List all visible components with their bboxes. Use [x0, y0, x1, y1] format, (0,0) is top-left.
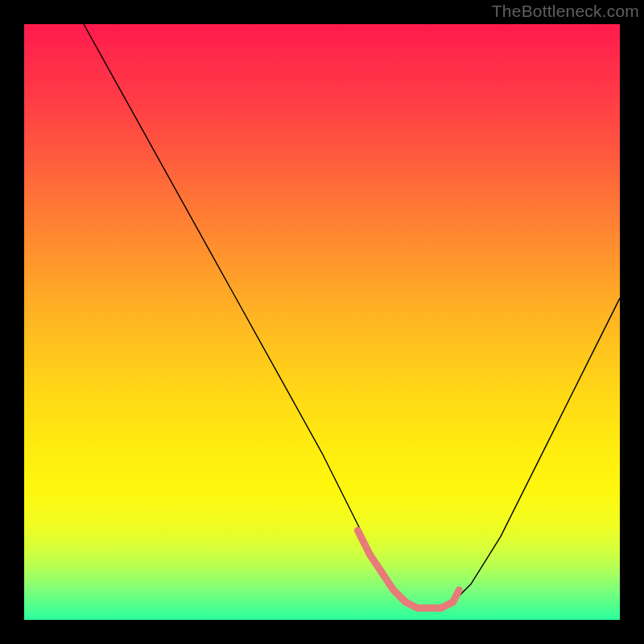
marker-flat — [382, 572, 441, 608]
marker-right — [441, 590, 459, 608]
bottleneck-curve — [84, 24, 620, 608]
plot-area — [24, 24, 620, 620]
curve-svg — [24, 24, 620, 620]
watermark-text: TheBottleneck.com — [492, 2, 639, 21]
marker-left — [357, 530, 382, 572]
chart-frame: TheBottleneck.com — [0, 0, 644, 644]
